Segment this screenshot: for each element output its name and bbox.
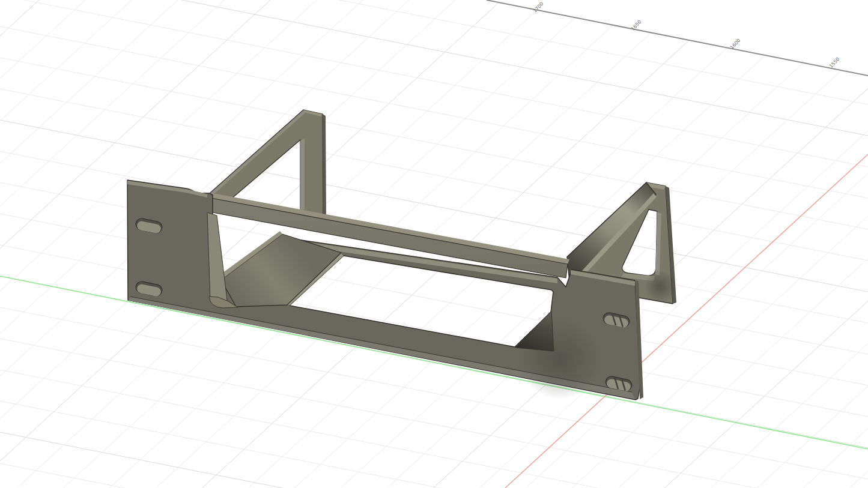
grid-line-minor bbox=[618, 0, 868, 488]
grid-line-minor bbox=[479, 0, 868, 488]
grid-line-minor bbox=[294, 0, 825, 488]
grid-line-minor bbox=[711, 0, 868, 488]
grid-line-minor bbox=[757, 0, 868, 488]
grid-line-minor bbox=[0, 339, 868, 488]
left-bracket-side-band bbox=[207, 212, 228, 305]
ruler-tick-label: 1700 bbox=[532, 1, 544, 14]
grid-line-minor bbox=[0, 0, 132, 488]
grid-line-minor bbox=[0, 370, 868, 488]
grid-line-major bbox=[433, 0, 868, 488]
grid-line-minor bbox=[0, 0, 85, 488]
grid-line-major bbox=[0, 0, 868, 136]
ruler-line bbox=[487, 0, 868, 76]
right-bracket-corner-shadow bbox=[644, 270, 676, 303]
ruler-tick-label: 1550 bbox=[828, 56, 840, 69]
left-post-inner-lit bbox=[300, 139, 305, 211]
left-post-right-face bbox=[323, 114, 326, 218]
grid-ruler: 1700165016001550 bbox=[487, 0, 868, 76]
grid-line-minor bbox=[0, 26, 868, 198]
cad-viewport[interactable]: 1700165016001550 bbox=[0, 0, 868, 488]
ruler-tick-label: 1600 bbox=[729, 38, 741, 50]
left-flange-top-sliver bbox=[210, 110, 305, 196]
plate-face-shadow bbox=[519, 318, 601, 400]
green-axis-line bbox=[0, 276, 868, 449]
viewport-canvas[interactable]: 1700165016001550 bbox=[0, 0, 868, 488]
grid-line-major bbox=[0, 432, 868, 488]
